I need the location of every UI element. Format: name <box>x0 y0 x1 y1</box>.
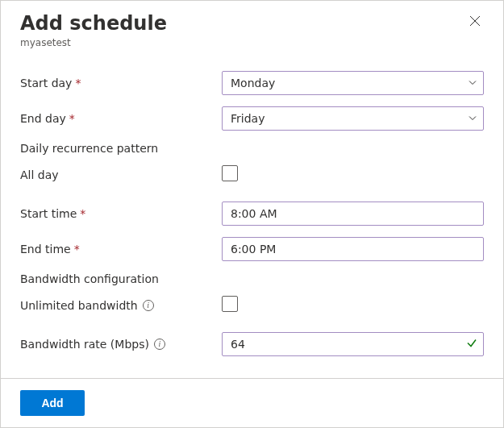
row-end-time: End time * <box>20 237 484 261</box>
close-icon <box>469 15 481 27</box>
label-end-day-text: End day <box>20 112 66 125</box>
end-day-select[interactable]: Friday <box>222 106 484 131</box>
panel-body: Add schedule myasetest Start day * <box>1 1 503 378</box>
all-day-checkbox[interactable] <box>222 165 238 181</box>
panel-subtitle: myasetest <box>20 37 167 48</box>
label-start-day-text: Start day <box>20 77 72 89</box>
row-start-day: Start day * Monday <box>20 71 484 95</box>
section-daily-recurrence: Daily recurrence pattern <box>20 142 484 155</box>
label-all-day-text: All day <box>20 168 59 181</box>
info-icon[interactable]: i <box>143 300 154 311</box>
start-day-select[interactable]: Monday <box>222 71 484 95</box>
add-button[interactable]: Add <box>20 390 85 416</box>
required-marker: * <box>69 113 75 124</box>
panel-footer: Add <box>1 378 503 427</box>
row-unlimited-bandwidth: Unlimited bandwidth i <box>20 293 484 318</box>
required-marker: * <box>74 243 80 255</box>
bandwidth-rate-input[interactable] <box>222 332 484 356</box>
unlimited-bandwidth-checkbox[interactable] <box>222 296 238 312</box>
info-icon[interactable]: i <box>154 339 165 350</box>
add-schedule-panel: Add schedule myasetest Start day * <box>0 0 504 428</box>
panel-header: Add schedule myasetest <box>20 12 484 48</box>
form: Start day * Monday End day * <box>20 71 484 356</box>
row-start-time: Start time * <box>20 202 484 226</box>
row-end-day: End day * Friday <box>20 106 484 131</box>
label-end-time: End time * <box>20 243 222 256</box>
label-all-day: All day <box>20 168 222 181</box>
label-unlimited-bandwidth-text: Unlimited bandwidth <box>20 299 138 312</box>
label-start-day: Start day * <box>20 77 222 89</box>
label-start-time: Start time * <box>20 207 222 220</box>
close-button[interactable] <box>466 12 484 30</box>
section-bandwidth-config: Bandwidth configuration <box>20 272 484 285</box>
label-unlimited-bandwidth: Unlimited bandwidth i <box>20 299 222 312</box>
row-bandwidth-rate: Bandwidth rate (Mbps) i <box>20 332 484 356</box>
label-bandwidth-rate-text: Bandwidth rate (Mbps) <box>20 338 149 351</box>
required-marker: * <box>80 208 85 219</box>
panel-header-text: Add schedule myasetest <box>20 12 167 48</box>
end-time-input[interactable] <box>222 237 484 261</box>
label-start-time-text: Start time <box>20 207 77 220</box>
row-all-day: All day <box>20 163 484 187</box>
label-end-day: End day * <box>20 112 222 125</box>
label-end-time-text: End time <box>20 243 71 256</box>
panel-title: Add schedule <box>20 12 167 35</box>
required-marker: * <box>75 77 81 89</box>
label-bandwidth-rate: Bandwidth rate (Mbps) i <box>20 338 222 351</box>
start-time-input[interactable] <box>222 202 484 226</box>
